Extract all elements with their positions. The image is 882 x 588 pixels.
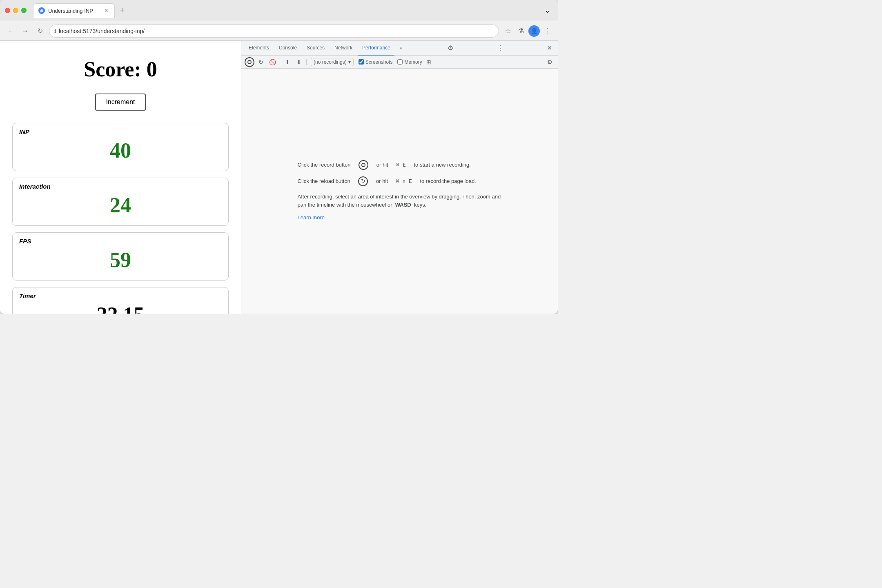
clear-button[interactable]: 🚫 (267, 57, 277, 67)
browser-content: Score: 0 Increment INP 40 Interaction 24… (0, 41, 558, 314)
info-text-block: After recording, select an area of inter… (298, 193, 502, 210)
tab-performance[interactable]: Performance (358, 41, 394, 56)
separator-1 (280, 59, 280, 65)
record-inline-icon (359, 160, 368, 170)
inp-card: INP 40 (12, 123, 229, 171)
flamechart-button[interactable]: ⊞ (424, 57, 434, 67)
interaction-value: 24 (19, 193, 222, 217)
tab-network[interactable]: Network (330, 41, 356, 56)
record-instruction-prefix: Click the record button (298, 160, 351, 169)
reload-instruction: Click the reload button ↻ or hit ⌘ ⇧ E t… (298, 176, 502, 186)
reload-instruction-or: or hit (376, 176, 388, 186)
score-heading: Score: 0 (12, 57, 229, 81)
tab-bar: ◉ Understanding INP ✕ + ⌄ (33, 3, 553, 18)
inp-value: 40 (19, 138, 222, 163)
screenshots-checkbox[interactable] (359, 59, 364, 65)
browser-window: ◉ Understanding INP ✕ + ⌄ ← → ↻ ℹ localh… (0, 0, 558, 314)
timer-card: Timer 22.15 (12, 287, 229, 314)
traffic-lights (5, 8, 27, 13)
url-bar[interactable]: ℹ localhost:5173/understanding-inp/ (49, 24, 499, 38)
devtools-panel: Elements Console Sources Network Perform… (241, 41, 558, 314)
record-button[interactable] (245, 57, 254, 67)
tab-sources[interactable]: Sources (303, 41, 329, 56)
memory-checkbox[interactable] (397, 59, 403, 65)
tab-elements[interactable]: Elements (245, 41, 273, 56)
reload-kbd: ⌘ ⇧ E (396, 176, 412, 186)
recordings-chevron: ▾ (348, 59, 351, 65)
reload-button[interactable]: ↻ (34, 25, 46, 37)
recordings-dropdown[interactable]: (no recordings) ▾ (311, 58, 354, 66)
tab-title: Understanding INP (48, 8, 93, 14)
devtools-close-button[interactable]: ✕ (545, 43, 555, 53)
extension-button[interactable]: ⚗ (515, 25, 527, 37)
devtools-more-button[interactable]: ⋮ (495, 43, 505, 53)
reload-inline-icon: ↻ (358, 176, 368, 186)
browser-tab-active[interactable]: ◉ Understanding INP ✕ (33, 3, 115, 18)
tab-console[interactable]: Console (275, 41, 301, 56)
interaction-card: Interaction 24 (12, 178, 229, 226)
reload-record-button[interactable]: ↻ (256, 57, 266, 67)
record-inline-dot (361, 163, 365, 167)
more-tabs-button[interactable]: » (396, 43, 406, 53)
memory-label: Memory (404, 59, 422, 65)
record-instruction-suffix: to start a new recording. (414, 160, 470, 169)
download-button[interactable]: ⬇ (294, 57, 304, 67)
tab-close-button[interactable]: ✕ (103, 7, 109, 14)
screenshots-checkbox-group[interactable]: Screenshots (359, 59, 393, 65)
url-text: localhost:5173/understanding-inp/ (59, 28, 145, 34)
minimize-traffic-light[interactable] (13, 8, 18, 13)
timer-label: Timer (19, 292, 222, 299)
record-icon (245, 57, 254, 67)
record-kbd: ⌘ E (396, 160, 405, 169)
tab-menu-button[interactable]: ⌄ (541, 5, 553, 16)
address-bar: ← → ↻ ℹ localhost:5173/understanding-inp… (0, 21, 558, 41)
separator-2 (306, 59, 307, 65)
interaction-label: Interaction (19, 183, 222, 190)
menu-button[interactable]: ⋮ (541, 25, 553, 37)
screenshots-label: Screenshots (365, 59, 393, 65)
fps-label: FPS (19, 238, 222, 245)
new-tab-button[interactable]: + (116, 5, 128, 16)
record-instruction: Click the record button or hit ⌘ E to st… (298, 160, 502, 170)
reload-instruction-prefix: Click the reload button (298, 176, 350, 186)
devtools-settings-button[interactable]: ⚙ (445, 43, 455, 53)
upload-button[interactable]: ⬆ (283, 57, 292, 67)
learn-more-link[interactable]: Learn more (298, 214, 325, 220)
devtools-instructions: Click the record button or hit ⌘ E to st… (298, 160, 502, 223)
timer-value: 22.15 (19, 303, 222, 314)
maximize-traffic-light[interactable] (21, 8, 27, 13)
fps-card: FPS 59 (12, 232, 229, 281)
back-button[interactable]: ← (5, 25, 16, 37)
tab-favicon: ◉ (38, 7, 45, 14)
bookmark-button[interactable]: ☆ (502, 25, 514, 37)
inp-label: INP (19, 128, 222, 135)
info-suffix: keys. (414, 202, 426, 208)
title-bar: ◉ Understanding INP ✕ + ⌄ (0, 0, 558, 21)
recordings-text: (no recordings) (314, 59, 347, 65)
performance-settings-button[interactable]: ⚙ (545, 57, 555, 67)
close-traffic-light[interactable] (5, 8, 10, 13)
reload-instruction-suffix: to record the page load. (420, 176, 476, 186)
devtools-actions-bar: ↻ 🚫 ⬆ ⬇ (no recordings) ▾ Screenshots (241, 56, 558, 69)
webpage-content: Score: 0 Increment INP 40 Interaction 24… (0, 41, 241, 314)
devtools-body: Click the record button or hit ⌘ E to st… (241, 69, 558, 314)
profile-button[interactable]: 👤 (528, 25, 540, 37)
memory-checkbox-group[interactable]: Memory (397, 59, 422, 65)
wasd-kbd: WASD (395, 202, 411, 208)
fps-value: 59 (19, 248, 222, 272)
forward-button[interactable]: → (20, 25, 31, 37)
increment-button[interactable]: Increment (95, 94, 145, 111)
address-actions: ☆ ⚗ 👤 ⋮ (502, 25, 553, 37)
record-instruction-or: or hit (376, 160, 388, 169)
devtools-tab-bar: Elements Console Sources Network Perform… (241, 41, 558, 56)
record-dot-inner (247, 60, 252, 64)
secure-icon: ℹ (54, 28, 56, 34)
